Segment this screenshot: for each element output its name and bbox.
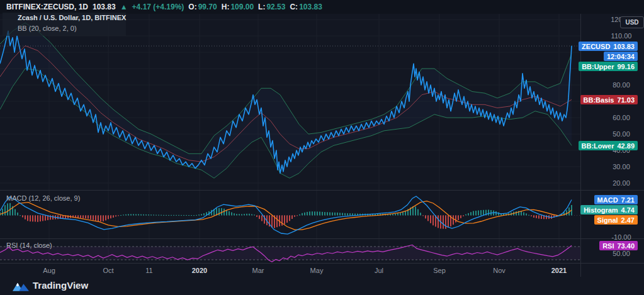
macd-histogram-bar (196, 215, 197, 216)
macd-histogram-bar (271, 215, 273, 228)
macd-histogram-bar (254, 214, 255, 215)
open-value: O: 99.70 (188, 3, 217, 11)
macd-histogram-bar (35, 215, 36, 221)
macd-histogram-bar (443, 215, 444, 228)
BB:Upper-value-badge: BB:Upper99.16 (579, 62, 638, 71)
macd-histogram-bar (281, 215, 283, 225)
macd-histogram-bar (422, 215, 424, 216)
time-scale-label: 11 (135, 267, 163, 274)
badge-label: Signal (597, 216, 618, 224)
high-number: 109.00 (230, 3, 254, 11)
up-arrow-icon: ▲ (120, 3, 128, 11)
price-change: +4.17 (+4.19%) (132, 3, 184, 11)
low-number: 92.53 (266, 3, 285, 11)
macd-histogram-bar (150, 214, 152, 215)
macd-histogram-bar (332, 213, 333, 216)
macd-histogram-bar (463, 215, 464, 216)
macd-histogram-bar (183, 215, 184, 216)
rsi-band-fill (0, 247, 580, 260)
price-scale-tick: 20.00 (597, 179, 644, 187)
macd-histogram-bar (259, 215, 260, 219)
rsi-pane[interactable] (0, 239, 580, 263)
close-value: C: 103.83 (290, 3, 322, 11)
time-value-badge: 12:04:34 (604, 52, 638, 61)
macd-histogram-bar (128, 214, 129, 215)
price-scale-tick: -10.00 (597, 233, 644, 242)
badge-label: MACD (597, 196, 618, 204)
macd-histogram-bar (566, 210, 567, 215)
macd-histogram-bar (95, 215, 96, 220)
macd-histogram-bar (302, 213, 303, 216)
macd-histogram-bar (133, 214, 134, 215)
macd-histogram-bar (52, 215, 54, 220)
rsi-indicator-label[interactable]: RSI (14, close) (6, 242, 52, 249)
macd-histogram-bar (334, 213, 336, 216)
pane-divider[interactable] (0, 238, 644, 239)
low-label: L: (258, 3, 265, 11)
macd-histogram-bar (120, 215, 121, 216)
macd-histogram-bar (80, 215, 81, 218)
price-scale-tick: 110.00 (597, 31, 644, 40)
symbol-name[interactable]: BITFINEX:ZECUSD, 1D (6, 3, 88, 11)
macd-histogram-bar (249, 214, 250, 216)
price-scale[interactable]: USD 120.00110.0090.0080.0060.0050.0040.0… (580, 14, 644, 277)
macd-histogram-bar (284, 215, 285, 224)
macd-histogram-bar (475, 211, 477, 215)
tradingview-logo-icon[interactable] (13, 281, 29, 291)
macd-histogram-bar (438, 215, 439, 228)
macd-histogram-bar (533, 215, 534, 218)
macd-histogram-bar (276, 215, 278, 227)
macd-histogram-bar (349, 213, 351, 215)
badge-value: 2.47 (621, 216, 635, 224)
macd-histogram-bar (30, 215, 31, 221)
macd-histogram-bar (352, 213, 353, 215)
macd-histogram-bar (93, 215, 94, 220)
macd-histogram-bar (193, 215, 195, 216)
macd-histogram-bar (314, 211, 315, 215)
close-label: C: (290, 3, 298, 11)
macd-histogram-bar (445, 215, 446, 228)
price-scale-tick: 60.00 (597, 113, 644, 122)
bb-indicator-label[interactable]: BB (20, close, 2, 0) (18, 23, 126, 33)
macd-histogram-bar (110, 215, 111, 218)
badge-value: 4.74 (621, 206, 635, 214)
low-value: L: 92.53 (258, 3, 285, 11)
high-value: H: 109.00 (222, 3, 254, 11)
brand-name[interactable]: TradingView (33, 280, 88, 291)
macd-histogram-bar (528, 215, 529, 216)
currency-unit-button[interactable]: USD (620, 16, 644, 28)
macd-histogram-bar (173, 215, 174, 216)
macd-histogram-bar (417, 209, 419, 216)
macd-histogram-bar (256, 215, 257, 217)
macd-histogram-bar (261, 215, 263, 221)
macd-histogram-bar (430, 215, 431, 223)
macd-histogram-bar (181, 215, 182, 216)
macd-histogram-bar (455, 215, 456, 222)
macd-histogram-bar (198, 214, 200, 215)
pane-divider[interactable] (0, 190, 644, 191)
macd-histogram-bar (480, 210, 482, 215)
macd-histogram-bar (231, 213, 232, 216)
macd-histogram-bar (239, 214, 240, 215)
price-pane[interactable] (0, 14, 580, 191)
macd-histogram-bar (339, 213, 341, 215)
macd-pane[interactable] (0, 191, 580, 239)
badge-label: Histogram (584, 206, 618, 214)
macd-histogram-bar (327, 212, 328, 215)
macd-histogram-bar (25, 215, 26, 219)
macd-histogram-bar (135, 214, 137, 216)
badge-value: 99.16 (617, 63, 635, 70)
time-scale-label: Sep (426, 267, 453, 274)
time-scale[interactable]: AugOct112020MarMayJulSepNov2021 (0, 264, 580, 277)
symbol-title[interactable]: Zcash / U.S. Dollar, 1D, BITFINEX (18, 13, 126, 23)
macd-histogram-bar (186, 215, 187, 216)
macd-histogram-bar (312, 211, 313, 215)
macd-histogram-bar (188, 215, 189, 216)
macd-histogram-bar (140, 214, 142, 216)
macd-histogram-bar (57, 215, 59, 219)
macd-histogram-bar (344, 213, 346, 216)
last-price: 103.83 (93, 3, 116, 11)
macd-histogram-bar (158, 215, 159, 216)
Histogram-value-badge: Histogram4.74 (580, 205, 638, 214)
macd-indicator-label[interactable]: MACD (12, 26, close, 9) (6, 194, 80, 202)
